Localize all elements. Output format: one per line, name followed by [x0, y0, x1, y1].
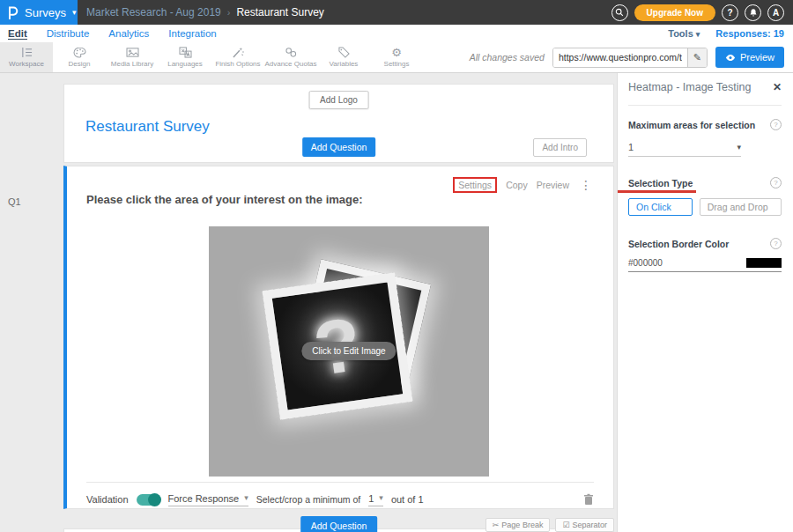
survey-url-input[interactable]: [553, 48, 687, 67]
section-nav: Edit Distribute Analytics Integration To…: [0, 25, 793, 42]
tab-integration[interactable]: Integration: [168, 28, 216, 40]
border-color-field[interactable]: #000000: [628, 258, 782, 272]
chevron-down-icon: ▾: [72, 9, 77, 17]
max-areas-label: Maximum areas for selection: [628, 120, 755, 130]
help-button[interactable]: ?: [722, 4, 738, 21]
tools-menu[interactable]: Tools ▾: [668, 28, 700, 39]
breadcrumb-parent[interactable]: Market Research - Aug 2019: [86, 6, 221, 18]
minimum-value-select[interactable]: 1 ▾: [368, 493, 383, 506]
toolbar-item-finish-options[interactable]: Finish Options: [211, 42, 264, 72]
help-icon[interactable]: ?: [770, 119, 782, 130]
toggle-knob: [148, 493, 161, 506]
pencil-icon: ✎: [693, 52, 701, 63]
validation-label: Validation: [86, 494, 129, 505]
panel-title-row: Heatmap - Image Testing ✕: [628, 81, 782, 93]
trash-icon: [583, 493, 594, 506]
heatmap-image-placeholder[interactable]: ? Click to Edit Image: [209, 226, 489, 477]
border-color-value: #000000: [628, 258, 663, 268]
panel-title: Heatmap - Image Testing: [628, 81, 751, 93]
add-question-button-top[interactable]: Add Question: [302, 137, 376, 157]
separator-button[interactable]: ☑ Separator: [555, 518, 614, 532]
toolbar-item-settings[interactable]: ⚙ Settings: [370, 42, 423, 72]
max-areas-select[interactable]: 1 ▾: [628, 142, 741, 157]
click-to-edit-image-button[interactable]: Click to Edit Image: [301, 342, 396, 360]
delete-question-button[interactable]: [583, 493, 594, 506]
help-icon[interactable]: ?: [770, 177, 782, 188]
search-button[interactable]: [611, 4, 628, 21]
toolbar-item-variables[interactable]: Variables: [317, 42, 370, 72]
notifications-button[interactable]: [745, 4, 761, 21]
add-intro-button[interactable]: Add Intro: [533, 138, 587, 157]
topbar-actions: Upgrade Now ? A: [611, 4, 793, 21]
selection-type-options: On Click Drag and Drop: [628, 198, 782, 216]
magic-wand-icon: [232, 47, 245, 58]
validation-toggle[interactable]: [137, 494, 160, 506]
top-navbar: Surveys ▾ Market Research - Aug 2019 › R…: [0, 0, 793, 25]
upgrade-now-button[interactable]: Upgrade Now: [634, 4, 715, 21]
toolbar-item-design[interactable]: Design: [53, 42, 106, 72]
close-icon[interactable]: ✕: [773, 81, 782, 93]
gear-icon: ⚙: [391, 47, 402, 58]
account-avatar[interactable]: A: [767, 4, 784, 21]
tab-edit[interactable]: Edit: [8, 28, 27, 40]
question-settings-button[interactable]: Settings: [453, 177, 497, 193]
section-nav-links: Edit Distribute Analytics Integration: [0, 28, 217, 40]
validation-row: Validation Force Response ▾ Select/crop …: [86, 490, 594, 509]
border-color-row: Selection Border Color ?: [628, 238, 782, 249]
app-logo-home[interactable]: Surveys ▾: [0, 0, 78, 25]
breadcrumb: Market Research - Aug 2019 › Restaurant …: [86, 6, 324, 18]
toolbar-item-workspace[interactable]: Workspace: [0, 42, 53, 72]
question-number-label: Q1: [8, 196, 21, 207]
question-preview-button[interactable]: Preview: [537, 180, 569, 190]
breadcrumb-current: Restaurant Survey: [236, 6, 323, 18]
product-label: Surveys: [25, 6, 66, 19]
save-status: All changes saved: [470, 52, 545, 63]
minimum-prefix-label: Select/crop a minimum of: [256, 494, 360, 505]
selection-type-row: Selection Type ?: [628, 177, 782, 188]
toolbar-item-media-library[interactable]: Media Library: [106, 42, 159, 72]
eye-icon: [725, 54, 736, 62]
color-swatch[interactable]: [746, 258, 782, 268]
survey-title[interactable]: Restaurant Survey: [85, 118, 210, 136]
responses-count[interactable]: Responses: 19: [715, 28, 784, 39]
breadcrumb-separator: ›: [227, 7, 231, 18]
chevron-down-icon: ▾: [244, 494, 248, 502]
help-icon[interactable]: ?: [770, 238, 782, 249]
preview-survey-button[interactable]: Preview: [715, 47, 784, 68]
question-copy-button[interactable]: Copy: [506, 180, 528, 190]
divider: [628, 105, 782, 106]
palette-icon: [73, 47, 86, 58]
page-controls: ✂ Page Break ☑ Separator: [485, 518, 614, 532]
toolbar-item-languages[interactable]: Languages: [159, 42, 211, 72]
edit-url-button[interactable]: ✎: [687, 48, 707, 67]
scissors-icon: ✂: [493, 521, 500, 529]
question-settings-panel: Heatmap - Image Testing ✕ Maximum areas …: [617, 73, 793, 532]
survey-url-box: ✎: [552, 48, 708, 68]
selection-type-on-click[interactable]: On Click: [628, 198, 693, 216]
border-color-label: Selection Border Color: [628, 239, 729, 249]
translate-icon: [179, 47, 192, 58]
search-icon: [615, 8, 624, 17]
toolbar-right: All changes saved ✎ Preview: [470, 42, 793, 72]
tag-icon: [337, 47, 351, 58]
bell-icon: [749, 8, 758, 18]
question-actions: Settings Copy Preview ⋮: [453, 177, 592, 193]
kebab-menu-icon[interactable]: ⋮: [580, 178, 592, 192]
tab-analytics[interactable]: Analytics: [108, 28, 149, 40]
workspace-icon: [20, 47, 33, 58]
page-break-button[interactable]: ✂ Page Break: [485, 518, 551, 532]
survey-editor-canvas: Q1 Add Logo Restaurant Survey Add Questi…: [0, 73, 617, 532]
section-nav-right: Tools ▾ Responses: 19: [668, 28, 793, 39]
max-areas-row: Maximum areas for selection ?: [628, 119, 782, 130]
validation-rule-select[interactable]: Force Response ▾: [168, 493, 248, 506]
question-text[interactable]: Please click the area of your interest o…: [86, 193, 363, 206]
survey-header-card: Add Logo Restaurant Survey Add Question …: [63, 84, 614, 163]
selection-type-drag-and-drop[interactable]: Drag and Drop: [700, 198, 782, 216]
checkbox-icon: ☑: [562, 521, 569, 529]
chevron-down-icon: ▾: [379, 494, 383, 502]
add-question-button-bottom[interactable]: Add Question: [300, 516, 378, 532]
toolbar-item-advance-quotas[interactable]: Advance Quotas: [264, 42, 317, 72]
add-logo-button[interactable]: Add Logo: [308, 91, 369, 109]
selection-type-annotation-underline: [618, 190, 696, 193]
tab-distribute[interactable]: Distribute: [47, 28, 90, 40]
